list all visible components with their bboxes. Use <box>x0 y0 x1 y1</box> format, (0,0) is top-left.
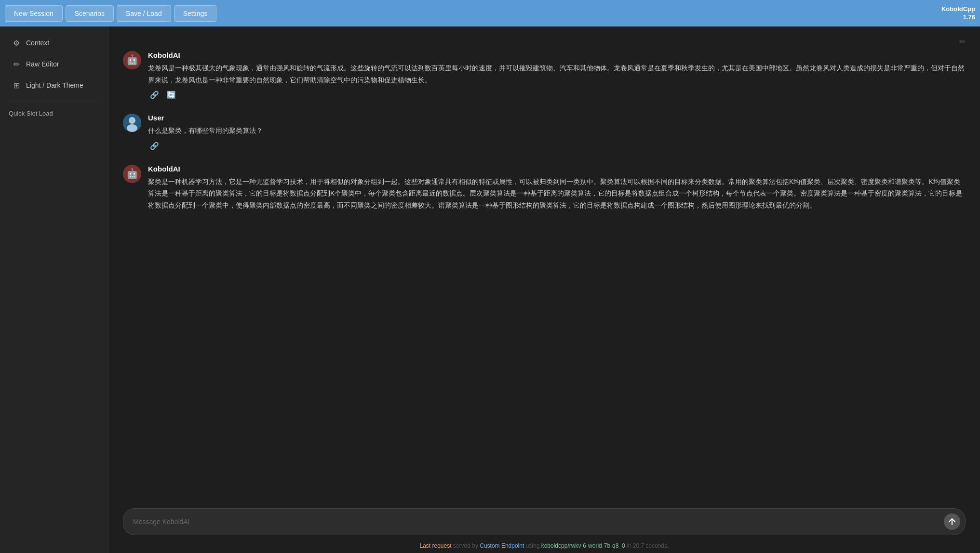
gear-icon: ⚙ <box>12 38 21 48</box>
message-content-2: KoboldAI 聚类是一种机器学习方法，它是一种无监督学习技术，用于将相似的对… <box>148 165 966 211</box>
brand-label: KoboldCpp 1.76 <box>941 5 975 22</box>
sidebar-divider <box>6 101 102 101</box>
message-block-1: User 什么是聚类，有哪些常用的聚类算法？ 🔗 <box>123 114 966 151</box>
message-actions-1: 🔗 <box>148 141 966 151</box>
message-block-0: 🤖 KoboldAI 龙卷风是一种极其强大的气象现象，通常由强风和旋转的气流形成… <box>123 51 966 100</box>
message-content-1: User 什么是聚类，有哪些常用的聚类算法？ 🔗 <box>148 114 966 151</box>
sidebar-item-theme[interactable]: ⊞ Light / Dark Theme <box>3 76 105 95</box>
send-button[interactable] <box>944 514 960 530</box>
svg-text:🤖: 🤖 <box>126 54 138 66</box>
sidebar: ⚙ Context ✏ Raw Editor ⊞ Light / Dark Th… <box>0 26 108 553</box>
svg-text:🤖: 🤖 <box>126 168 138 179</box>
svg-point-4 <box>127 124 137 132</box>
chat-scroll[interactable]: ✏ 🤖 KoboldAI 龙卷风是一种极其强大的气象现象，通常由强风和旋转的气流… <box>108 26 980 501</box>
avatar-ai-2: 🤖 <box>123 165 141 183</box>
message-text-0: 龙卷风是一种极其强大的气象现象，通常由强风和旋转的气流形成。这些旋转的气流可以达… <box>148 62 966 86</box>
top-edit-area: ✏ <box>123 34 966 51</box>
chat-wrapper: ✏ 🤖 KoboldAI 龙卷风是一种极其强大的气象现象，通常由强风和旋转的气流… <box>108 26 980 553</box>
message-name-1: User <box>148 114 966 122</box>
footer-served-by: served by <box>453 542 478 549</box>
message-text-1: 什么是聚类，有哪些常用的聚类算法？ <box>148 125 966 137</box>
sidebar-item-context[interactable]: ⚙ Context <box>3 33 105 53</box>
message-block-2: 🤖 KoboldAI 聚类是一种机器学习方法，它是一种无监督学习技术，用于将相似… <box>123 165 966 211</box>
link-icon-1[interactable]: 🔗 <box>148 141 161 151</box>
theme-icon: ⊞ <box>12 80 21 90</box>
footer-last-request: Last request <box>419 542 451 549</box>
avatar-ai-0: 🤖 <box>123 51 141 69</box>
retry-icon-0[interactable]: 🔄 <box>165 90 178 100</box>
link-icon-0[interactable]: 🔗 <box>148 90 161 100</box>
footer-endpoint: Custom Endpoint <box>480 542 524 549</box>
sidebar-item-raw-editor-label: Raw Editor <box>26 60 59 68</box>
svg-point-3 <box>129 117 135 124</box>
sidebar-item-theme-label: Light / Dark Theme <box>26 81 83 89</box>
message-name-0: KoboldAI <box>148 51 966 59</box>
message-text-2: 聚类是一种机器学习方法，它是一种无监督学习技术，用于将相似的对象分组到一起。这些… <box>148 176 966 211</box>
footer-suffix: in 20.7 seconds. <box>627 542 669 549</box>
message-actions-0: 🔗 🔄 <box>148 90 966 100</box>
footer-using: using <box>526 542 540 549</box>
new-session-button[interactable]: New Session <box>5 5 63 22</box>
settings-button[interactable]: Settings <box>174 5 217 22</box>
top-edit-button[interactable]: ✏ <box>959 37 966 46</box>
footer: Last request served by Custom Endpoint u… <box>108 540 980 553</box>
message-name-2: KoboldAI <box>148 165 966 173</box>
quick-slot-load[interactable]: Quick Slot Load <box>0 106 108 121</box>
save-load-button[interactable]: Save / Load <box>117 5 171 22</box>
avatar-user-1 <box>123 114 141 132</box>
sidebar-item-raw-editor[interactable]: ✏ Raw Editor <box>3 54 105 74</box>
input-container <box>123 508 966 535</box>
footer-model: koboldcpp/rwkv-6-world-7b-q8_0 <box>541 542 625 549</box>
message-content-0: KoboldAI 龙卷风是一种极其强大的气象现象，通常由强风和旋转的气流形成。这… <box>148 51 966 100</box>
message-input[interactable] <box>133 518 939 526</box>
main-layout: ⚙ Context ✏ Raw Editor ⊞ Light / Dark Th… <box>0 26 980 553</box>
input-area <box>108 501 980 540</box>
topnav: New Session Scenarios Save / Load Settin… <box>0 0 980 26</box>
pencil-icon: ✏ <box>12 59 21 69</box>
scenarios-button[interactable]: Scenarios <box>66 5 114 22</box>
sidebar-item-context-label: Context <box>26 39 49 47</box>
